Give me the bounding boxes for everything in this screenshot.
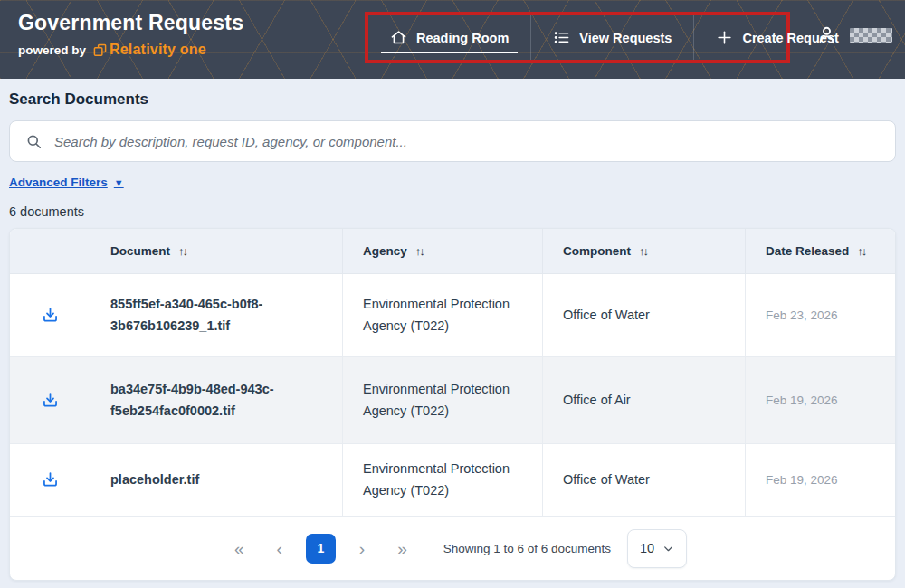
nav-reading-room-label: Reading Room (416, 31, 509, 45)
relativity-brand: Relativity one (93, 42, 206, 58)
title-block: Government Requests powered by Relativit… (18, 11, 243, 58)
table-row: placeholder.tif Environmental Protection… (10, 444, 895, 517)
date-released-cell: Feb 19, 2026 (766, 394, 838, 407)
home-icon (390, 29, 407, 46)
caret-down-icon: ▼ (114, 177, 124, 188)
document-count: 6 documents (9, 204, 896, 219)
table-header-row: Document ↑↓ Agency ↑↓ Component ↑↓ Date … (10, 229, 895, 274)
previous-page-button[interactable]: ‹ (267, 536, 291, 561)
download-column-header (10, 229, 90, 273)
plus-icon (716, 29, 733, 46)
last-page-button[interactable]: » (388, 536, 416, 561)
nav-view-requests[interactable]: View Requests (530, 15, 693, 60)
documents-table: Document ↑↓ Agency ↑↓ Component ↑↓ Date … (9, 228, 896, 581)
column-header-component[interactable]: Component ↑↓ (542, 229, 745, 273)
showing-results-label: Showing 1 to 6 of 6 documents (443, 542, 611, 555)
download-button[interactable] (41, 391, 60, 410)
agency-cell: Environmental Protection Agency (T022) (363, 379, 529, 422)
document-name[interactable]: 855ff5ef-a340-465c-b0f8-3b676b106239_1.t… (110, 294, 329, 337)
column-header-date-released[interactable]: Date Released ↑↓ (745, 229, 895, 273)
next-page-button[interactable]: › (350, 536, 374, 561)
search-box (9, 120, 896, 162)
app-header: Government Requests powered by Relativit… (0, 0, 905, 79)
first-page-button[interactable]: « (225, 536, 253, 561)
agency-cell: Environmental Protection Agency (T022) (363, 459, 529, 502)
date-released-cell: Feb 19, 2026 (766, 473, 838, 487)
column-header-agency[interactable]: Agency ↑↓ (342, 229, 542, 273)
page-size-select[interactable]: 10 (627, 529, 687, 568)
person-icon (815, 24, 838, 46)
component-cell: Office of Water (563, 469, 650, 491)
pagination-bar: « ‹ 1 › » Showing 1 to 6 of 6 documents … (10, 517, 895, 580)
sort-icon[interactable]: ↑↓ (639, 244, 647, 258)
page-size-value: 10 (640, 541, 654, 555)
date-released-cell: Feb 23, 2026 (766, 308, 838, 322)
component-cell: Office of Water (563, 305, 650, 327)
relativity-logo-icon (93, 43, 107, 57)
agency-cell: Environmental Protection Agency (T022) (363, 294, 529, 337)
page-title: Government Requests (18, 11, 243, 35)
component-cell: Office of Air (563, 390, 631, 412)
document-name[interactable]: ba34e75f-4b9b-48ed-943c-f5eb254fac0f0002… (110, 379, 329, 422)
list-icon (553, 29, 570, 46)
search-icon (25, 133, 43, 150)
document-name[interactable]: placeholder.tif (110, 469, 199, 491)
current-page-button[interactable]: 1 (306, 534, 336, 564)
download-button[interactable] (41, 470, 60, 489)
advanced-filters-label: Advanced Filters (9, 175, 108, 189)
main-content: Search Documents Advanced Filters ▼ 6 do… (0, 90, 905, 581)
user-menu[interactable] (815, 24, 892, 46)
user-name-redacted (850, 28, 892, 43)
sort-icon[interactable]: ↑↓ (415, 244, 424, 258)
column-header-document[interactable]: Document ↑↓ (90, 229, 342, 273)
advanced-filters-toggle[interactable]: Advanced Filters ▼ (9, 175, 124, 189)
table-row: ba34e75f-4b9b-48ed-943c-f5eb254fac0f0002… (10, 357, 895, 444)
nav-reading-room[interactable]: Reading Room (368, 15, 530, 60)
nav-highlight-annotation: Reading Room View Requests Create Reques… (365, 12, 790, 63)
search-input[interactable] (54, 134, 880, 149)
sort-icon[interactable]: ↑↓ (857, 244, 865, 258)
powered-by-label: powered by (18, 43, 86, 57)
brand-name: Relativity one (110, 42, 206, 58)
sort-icon[interactable]: ↑↓ (178, 244, 186, 258)
active-tab-underline (381, 52, 518, 53)
table-row: 855ff5ef-a340-465c-b0f8-3b676b106239_1.t… (10, 274, 895, 357)
nav-view-requests-label: View Requests (579, 31, 672, 45)
chevron-down-icon (662, 543, 674, 555)
search-section-heading: Search Documents (9, 90, 896, 109)
download-button[interactable] (41, 306, 60, 325)
